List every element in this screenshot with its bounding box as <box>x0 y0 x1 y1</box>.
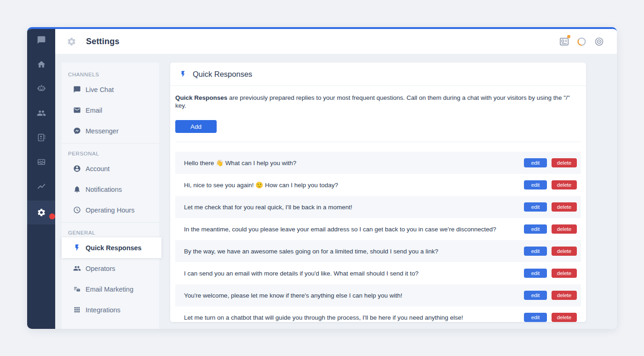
card-title: Quick Responses <box>193 70 252 79</box>
nav-item-label: Quick Responses <box>86 244 142 252</box>
nav-section-channels: CHANNELS <box>68 72 153 77</box>
nav-divider <box>62 222 159 223</box>
delete-button[interactable]: delete <box>552 180 577 189</box>
nav-divider <box>62 143 159 144</box>
add-button[interactable]: Add <box>175 120 217 133</box>
row-actions: edit delete <box>518 269 577 278</box>
email-marketing-icon <box>73 285 81 293</box>
nav-item-label: Notifications <box>86 186 122 193</box>
statistics-icon[interactable] <box>27 181 55 192</box>
nav-item-label: Operating Hours <box>86 207 134 214</box>
quick-response-text: Hello there 👋 What can I help you with? <box>184 159 296 167</box>
quick-response-row: By the way, we have an awesome sales goi… <box>175 240 581 262</box>
quick-responses-list: Hello there 👋 What can I help you with? … <box>175 152 581 322</box>
edit-button[interactable]: edit <box>524 313 547 322</box>
row-actions: edit delete <box>518 158 577 167</box>
delete-button[interactable]: delete <box>552 202 577 212</box>
nav-item-operators[interactable]: Operators <box>62 258 159 279</box>
app-window: Settings <box>27 27 617 329</box>
quick-response-text: Let me check that for you real quick, I'… <box>184 204 352 211</box>
account-icon <box>73 165 81 173</box>
page-title: Settings <box>86 37 120 46</box>
mailing-icon[interactable] <box>27 156 55 167</box>
apps-grid-icon <box>73 306 81 314</box>
quick-response-row: I can send you an email with more detail… <box>175 262 581 284</box>
desktop-background: Settings <box>0 0 644 356</box>
contacts-icon[interactable] <box>27 132 55 143</box>
quick-response-text: I can send you an email with more detail… <box>184 270 419 277</box>
edit-button[interactable]: edit <box>524 291 547 300</box>
nav-item-label: Operators <box>86 265 115 272</box>
page-header: Settings <box>55 29 617 54</box>
messenger-icon <box>73 127 81 135</box>
quick-response-row: Hi, nice to see you again! 🙂 How can I h… <box>175 174 581 196</box>
visitors-icon[interactable] <box>27 108 55 119</box>
news-icon[interactable] <box>559 36 569 47</box>
settings-content: CHANNELS Live Chat Email <box>55 54 617 329</box>
nav-item-notifications[interactable]: Notifications <box>62 179 159 200</box>
edit-button[interactable]: edit <box>524 180 547 189</box>
nav-item-label: Live Chat <box>86 86 114 93</box>
email-icon <box>73 106 81 115</box>
nav-item-quick-responses[interactable]: Quick Responses <box>62 237 161 258</box>
edit-button[interactable]: edit <box>524 247 547 256</box>
nav-item-operating-hours[interactable]: Operating Hours <box>62 200 159 220</box>
quick-response-text: By the way, we have an awesome sales goi… <box>184 248 438 255</box>
chatbot-icon[interactable] <box>27 83 55 94</box>
nav-section-personal: PERSONAL <box>68 151 153 156</box>
quick-response-text: In the meantime, could you please leave … <box>184 226 496 233</box>
nav-item-label: Email Marketing <box>86 286 133 293</box>
lightning-icon <box>179 70 187 78</box>
row-actions: edit delete <box>518 202 577 212</box>
chats-icon[interactable] <box>27 34 55 46</box>
description-rest: are previously prepared replies to your … <box>175 94 570 109</box>
row-actions: edit delete <box>518 180 577 189</box>
card-description: Quick Responses are previously prepared … <box>175 94 581 109</box>
bell-icon <box>73 185 81 194</box>
nav-item-label: Integrations <box>86 306 121 314</box>
quick-response-row: In the meantime, could you please leave … <box>175 218 581 240</box>
edit-button[interactable]: edit <box>524 269 547 278</box>
row-actions: edit delete <box>518 224 577 234</box>
nav-item-label: Email <box>86 107 102 114</box>
nav-item-account[interactable]: Account <box>62 158 159 179</box>
lightning-icon <box>73 244 81 252</box>
home-icon[interactable] <box>27 59 55 70</box>
quick-responses-card: Quick Responses Quick Responses are prev… <box>170 63 586 322</box>
settings-icon[interactable] <box>27 201 55 224</box>
usage-meter-icon[interactable] <box>576 36 587 47</box>
quick-response-row: Let me turn on a chatbot that will guide… <box>175 306 581 322</box>
quick-response-row: Let me check that for you real quick, I'… <box>175 196 581 218</box>
row-actions: edit delete <box>518 291 577 300</box>
edit-button[interactable]: edit <box>524 158 547 167</box>
nav-item-email-marketing[interactable]: Email Marketing <box>62 279 159 299</box>
delete-button[interactable]: delete <box>552 224 577 234</box>
live-visitors-icon[interactable] <box>594 36 604 47</box>
delete-button[interactable]: delete <box>552 291 577 300</box>
quick-response-row: Hello there 👋 What can I help you with? … <box>175 152 581 174</box>
settings-nav: CHANNELS Live Chat Email <box>62 63 159 329</box>
quick-response-text: You're welcome, please let me know if th… <box>184 292 402 299</box>
edit-button[interactable]: edit <box>524 224 547 234</box>
nav-item-label: Messenger <box>86 127 119 135</box>
nav-item-integrations[interactable]: Integrations <box>62 299 159 320</box>
app-rail <box>27 29 55 329</box>
nav-section-general: GENERAL <box>68 230 153 235</box>
delete-button[interactable]: delete <box>552 247 577 256</box>
list-divider <box>175 142 581 142</box>
edit-button[interactable]: edit <box>524 202 547 212</box>
nav-item-label: Account <box>86 165 109 172</box>
header-icons <box>559 36 604 47</box>
settings-gear-icon <box>67 37 76 46</box>
nav-item-email[interactable]: Email <box>62 100 159 121</box>
nav-item-live-chat[interactable]: Live Chat <box>62 79 159 100</box>
delete-button[interactable]: delete <box>552 313 577 322</box>
news-badge-dot <box>567 35 570 38</box>
description-bold: Quick Responses <box>175 94 227 101</box>
main-column: Settings <box>55 29 617 329</box>
delete-button[interactable]: delete <box>552 158 577 167</box>
nav-item-messenger[interactable]: Messenger <box>62 121 159 141</box>
operators-icon <box>73 264 81 273</box>
notification-dot <box>49 213 55 219</box>
delete-button[interactable]: delete <box>552 269 577 278</box>
